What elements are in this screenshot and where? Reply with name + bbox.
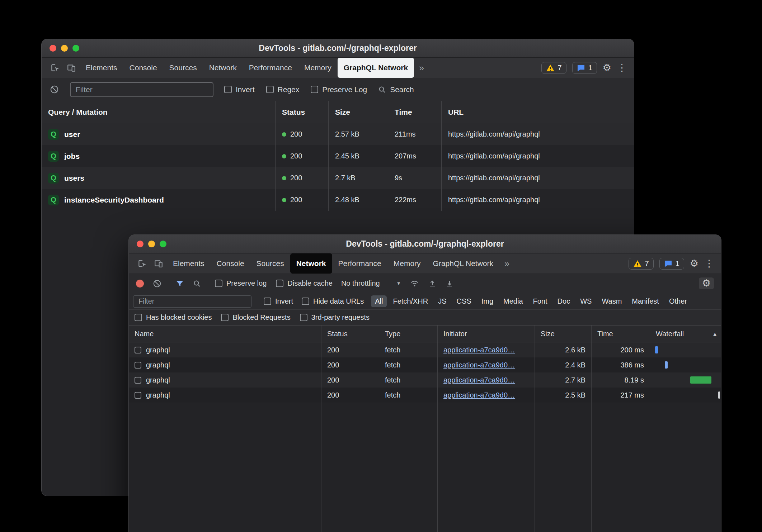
devtools-tab[interactable]: Console	[123, 58, 163, 78]
block-icon[interactable]	[50, 85, 59, 94]
device-toolbar-icon[interactable]	[150, 253, 167, 274]
col-time[interactable]: Time	[388, 101, 441, 123]
inspect-element-icon[interactable]	[134, 253, 150, 274]
row-checkbox[interactable]	[135, 377, 141, 384]
col-status[interactable]: Status	[275, 101, 328, 123]
zoom-button[interactable]	[160, 241, 166, 247]
warnings-badge[interactable]: 7	[541, 62, 566, 74]
devtools-tab[interactable]: Memory	[298, 58, 338, 78]
minimize-button[interactable]	[61, 45, 68, 52]
export-har-icon[interactable]	[445, 279, 454, 288]
toolbar-checkbox[interactable]: Preserve Log	[311, 85, 367, 94]
network-request-row[interactable]: graphql 200 fetch application-a7ca9d0… 2…	[129, 388, 721, 403]
devtools-tab[interactable]: Console	[211, 253, 250, 274]
network-settings-gear-icon[interactable]: ⚙	[699, 277, 714, 289]
search-icon[interactable]	[193, 279, 201, 288]
type-filter[interactable]: Manifest	[628, 295, 663, 307]
warnings-badge[interactable]: 7	[629, 258, 654, 270]
graphql-request-row[interactable]: Q users 200 2.7 kB 9s https://gitlab.com…	[42, 167, 634, 189]
type-filter[interactable]: Doc	[554, 295, 574, 307]
col-initiator[interactable]: Initiator	[437, 326, 535, 342]
inspect-element-icon[interactable]	[47, 58, 63, 78]
record-button[interactable]	[136, 280, 144, 288]
initiator-link[interactable]: application-a7ca9d0…	[443, 376, 515, 384]
col-waterfall[interactable]: Waterfall ▲	[650, 326, 721, 342]
toolbar-checkbox[interactable]: Preserve log	[215, 279, 267, 288]
row-checkbox[interactable]	[135, 392, 141, 399]
devtools-tab[interactable]: Network	[290, 253, 332, 274]
blocked-checkbox[interactable]: Blocked Requests	[221, 313, 290, 322]
network-request-row[interactable]: graphql 200 fetch application-a7ca9d0… 2…	[129, 372, 721, 388]
col-size[interactable]: Size	[535, 326, 591, 342]
devtools-tab[interactable]: Sources	[163, 58, 203, 78]
network-filter-input[interactable]	[133, 295, 251, 308]
devtools-tab[interactable]: Elements	[167, 253, 211, 274]
devtools-tab[interactable]: Performance	[332, 253, 387, 274]
issues-badge[interactable]: 1	[572, 62, 597, 74]
initiator-link[interactable]: application-a7ca9d0…	[443, 361, 515, 369]
kebab-menu-icon[interactable]: ⋮	[704, 259, 714, 269]
minimize-button[interactable]	[148, 241, 155, 247]
kebab-menu-icon[interactable]: ⋮	[617, 63, 627, 73]
devtools-tab[interactable]: Sources	[250, 253, 290, 274]
throttling-dropdown[interactable]: No throttling ▼	[341, 279, 401, 288]
more-tabs-button[interactable]: »	[499, 253, 514, 274]
devtools-tab[interactable]: Performance	[243, 58, 298, 78]
filter-checkbox[interactable]: Invert	[264, 297, 293, 305]
traffic-lights	[129, 241, 166, 247]
col-size[interactable]: Size	[328, 101, 388, 123]
toolbar-checkbox[interactable]: Invert	[224, 85, 255, 94]
zoom-button[interactable]	[72, 45, 79, 52]
type-filter[interactable]: JS	[434, 295, 450, 307]
type-filter[interactable]: Other	[665, 295, 691, 307]
devtools-tab[interactable]: Elements	[80, 58, 123, 78]
close-button[interactable]	[137, 241, 144, 247]
type-filter[interactable]: All	[371, 295, 387, 307]
import-har-icon[interactable]	[428, 279, 437, 288]
col-query-mutation[interactable]: Query / Mutation	[42, 101, 275, 123]
devtools-tab[interactable]: GraphQL Network	[338, 58, 414, 78]
col-time[interactable]: Time	[591, 326, 650, 342]
devtools-tab[interactable]: GraphQL Network	[427, 253, 499, 274]
type-filter[interactable]: Fetch/XHR	[389, 295, 432, 307]
blocked-checkbox[interactable]: 3rd-party requests	[300, 313, 370, 322]
device-toolbar-icon[interactable]	[63, 58, 80, 78]
type-cell: fetch	[379, 342, 437, 357]
filter-input[interactable]	[70, 82, 213, 97]
url-cell: https://gitlab.com/api/graphql	[441, 123, 634, 145]
network-conditions-icon[interactable]	[410, 279, 419, 288]
type-filter[interactable]: Font	[529, 295, 551, 307]
devtools-tab[interactable]: Memory	[387, 253, 427, 274]
col-status[interactable]: Status	[321, 326, 379, 342]
row-checkbox[interactable]	[135, 347, 141, 353]
row-checkbox[interactable]	[135, 362, 141, 369]
network-request-row[interactable]: graphql 200 fetch application-a7ca9d0… 2…	[129, 357, 721, 372]
graphql-request-row[interactable]: Q instanceSecurityDashboard 200 2.48 kB …	[42, 189, 634, 211]
graphql-request-row[interactable]: Q jobs 200 2.45 kB 207ms https://gitlab.…	[42, 145, 634, 167]
filter-funnel-icon[interactable]	[175, 279, 184, 288]
type-filter[interactable]: Wasm	[598, 295, 626, 307]
devtools-tab[interactable]: Network	[203, 58, 243, 78]
issues-badge[interactable]: 1	[659, 258, 684, 270]
settings-gear-icon[interactable]: ⚙	[603, 63, 611, 73]
col-name[interactable]: Name	[129, 326, 321, 342]
type-filter[interactable]: Media	[499, 295, 527, 307]
type-filter[interactable]: CSS	[453, 295, 475, 307]
toolbar-checkbox[interactable]: Disable cache	[276, 279, 333, 288]
blocked-checkbox[interactable]: Has blocked cookies	[135, 313, 212, 322]
col-url[interactable]: URL	[441, 101, 634, 123]
more-tabs-button[interactable]: »	[414, 58, 429, 78]
search-control[interactable]: Search	[378, 85, 414, 94]
initiator-link[interactable]: application-a7ca9d0…	[443, 346, 515, 354]
network-request-row[interactable]: graphql 200 fetch application-a7ca9d0… 2…	[129, 342, 721, 357]
toolbar-checkbox[interactable]: Regex	[266, 85, 300, 94]
settings-gear-icon[interactable]: ⚙	[690, 259, 698, 269]
close-button[interactable]	[50, 45, 56, 52]
initiator-link[interactable]: application-a7ca9d0…	[443, 391, 515, 399]
type-filter[interactable]: Img	[478, 295, 497, 307]
col-type[interactable]: Type	[379, 326, 437, 342]
type-filter[interactable]: WS	[576, 295, 596, 307]
clear-network-log-icon[interactable]	[152, 279, 162, 288]
graphql-request-row[interactable]: Q user 200 2.57 kB 211ms https://gitlab.…	[42, 123, 634, 145]
filter-checkbox[interactable]: Hide data URLs	[302, 297, 364, 305]
